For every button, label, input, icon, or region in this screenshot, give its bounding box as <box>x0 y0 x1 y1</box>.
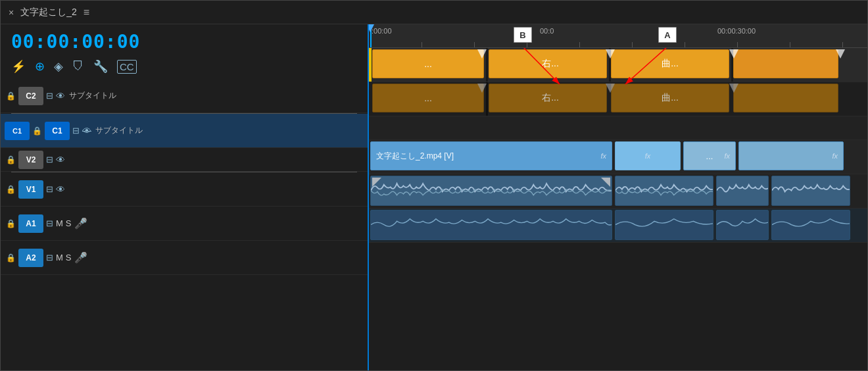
clip-text-c2-3: 曲... <box>662 58 679 70</box>
audio-waveform-a1-4 <box>772 176 850 205</box>
fx-badge-3: fx <box>724 152 730 160</box>
label-b-box: B <box>514 27 532 43</box>
mute-a1[interactable]: M <box>56 218 63 228</box>
subtitle-clip-c2-1[interactable]: ... <box>372 49 484 78</box>
timeline-panel: :00:00 00:0 00:00:30:00 B <box>369 24 867 370</box>
lock-a2-icon[interactable]: 🔒 <box>6 253 16 262</box>
eye-v1-icon[interactable]: 👁 <box>56 184 65 195</box>
timeline-track-a1[interactable] <box>369 174 867 209</box>
video-clip-4[interactable]: fx <box>738 141 844 170</box>
track-name-c1: サブタイトル <box>95 125 143 136</box>
label-a-box: A <box>658 27 677 43</box>
fx-badge-main: fx <box>600 152 606 160</box>
panel-header: × 文字起こし_2 ≡ <box>1 1 867 24</box>
subtitle-marker-4 <box>836 49 845 59</box>
audio-waveform-a2 <box>371 210 612 239</box>
ruler-mark-15: 00:0 <box>540 24 554 47</box>
ruler-tick <box>842 42 843 47</box>
audio-clip-a2-main[interactable] <box>370 210 612 240</box>
subtitle-clip-c1-2[interactable]: 右... <box>489 84 607 112</box>
audio-clip-a2-2[interactable] <box>615 210 713 240</box>
fx-badge-2: fx <box>645 152 651 160</box>
audio-waveform-a1 <box>371 176 612 205</box>
fx-badge-4: fx <box>832 152 838 160</box>
clip-text-c2-1: ... <box>424 59 432 69</box>
track-row-c2: 🔒 C2 ⊟ 👁 サブタイトル <box>1 79 368 113</box>
track-label-v2[interactable]: V2 <box>18 151 43 169</box>
clip-text-c1-2: 右... <box>537 92 559 104</box>
eye-v2-icon[interactable]: 👁 <box>56 155 65 165</box>
solo-a2[interactable]: S <box>66 253 72 262</box>
track-type-c1-icon[interactable]: ⊟ <box>72 126 80 136</box>
track-list-left: 🔒 C2 ⊟ 👁 サブタイトル C1 🔒 C1 ⊟ 👁 サブタイトル <box>1 79 368 370</box>
audio-clip-a1-4[interactable] <box>771 176 850 206</box>
video-clip-main[interactable]: 文字起こし_2.mp4 [V] fx <box>370 141 612 170</box>
audio-waveform-a1-2 <box>615 176 713 205</box>
wrench-icon[interactable]: 🔧 <box>93 59 108 74</box>
timeline-track-c2[interactable]: ... 右... 曲... <box>369 48 867 82</box>
cc-icon[interactable]: CC <box>117 60 137 74</box>
shield-icon[interactable]: ⛉ <box>72 60 84 74</box>
track-type-v2-icon[interactable]: ⊟ <box>46 155 53 164</box>
subtitle-marker-c1-3 <box>729 84 738 93</box>
video-clip-title: 文字起こし_2.mp4 [V] <box>376 151 454 162</box>
lock-v2-icon[interactable]: 🔒 <box>6 155 16 164</box>
mic-a1-icon[interactable]: 🎤 <box>74 217 87 230</box>
audio-clip-a1-3[interactable] <box>716 176 769 206</box>
audio-clip-a1-2[interactable] <box>615 176 713 206</box>
track-label-a1[interactable]: A1 <box>18 214 43 233</box>
timeline-track-v2 <box>369 116 867 140</box>
subtitle-clip-c1-1[interactable]: ... <box>372 84 484 112</box>
timeline-track-v1[interactable]: 文字起こし_2.mp4 [V] fx fx ... fx fx <box>369 140 867 174</box>
lock-a1-icon[interactable]: 🔒 <box>6 219 16 228</box>
subtitle-clip-c1-3[interactable]: 曲... <box>611 84 729 112</box>
track-label-c2[interactable]: C2 <box>18 87 43 105</box>
track-label-a2[interactable]: A2 <box>18 249 43 267</box>
track-row-v1: 🔒 V1 ⊟ 👁 <box>1 172 368 207</box>
timeline-track-c1[interactable]: ... 右... 曲... <box>369 82 867 116</box>
track-type-a1-icon[interactable]: ⊟ <box>46 218 53 228</box>
video-clip-dots[interactable]: ... fx <box>683 141 736 170</box>
audio-waveform-a2-2 <box>615 210 713 239</box>
mic-a2-icon[interactable]: 🎤 <box>74 251 87 264</box>
snap-icon[interactable]: ⚡ <box>11 59 26 74</box>
ruler-mark-0: :00:00 <box>372 24 392 47</box>
subtitle-marker-1 <box>477 49 487 59</box>
subtitle-marker-c1-1 <box>477 84 487 93</box>
premiere-panel: × 文字起こし_2 ≡ 00:00:00:00 ⚡ ⊕ ◈ ⛉ 🔧 CC 🔒 <box>0 0 868 371</box>
track-label-c1[interactable]: C1 <box>45 122 70 140</box>
lock-c2-icon[interactable]: 🔒 <box>6 91 16 101</box>
clip-text-c2-2: 右... <box>537 58 559 70</box>
solo-a1[interactable]: S <box>66 218 72 228</box>
magnet-icon[interactable]: ⊕ <box>35 59 45 74</box>
lock-c1-icon[interactable]: 🔒 <box>32 126 42 136</box>
ruler-tick <box>737 42 738 47</box>
eye-c1-icon[interactable]: 👁 <box>82 126 91 136</box>
subtitle-clip-c2-3[interactable]: 曲... <box>611 49 729 78</box>
timeline-track-a2[interactable] <box>369 209 867 243</box>
track-type-v1-icon[interactable]: ⊟ <box>46 184 53 194</box>
subtitle-clip-c1-4[interactable] <box>733 84 838 112</box>
ruler-tick <box>632 42 633 47</box>
track-label-v1[interactable]: V1 <box>18 180 43 199</box>
subtitle-marker-2 <box>606 49 615 59</box>
audio-clip-a2-3[interactable] <box>716 210 769 240</box>
menu-icon[interactable]: ≡ <box>84 7 89 18</box>
video-clip-fx1[interactable]: fx <box>615 141 681 170</box>
track-active-c1[interactable]: C1 <box>5 122 30 140</box>
ruler-tick <box>790 42 790 47</box>
mute-a2[interactable]: M <box>56 253 63 262</box>
subtitle-clip-c2-2[interactable]: 右... <box>489 49 607 78</box>
lock-v1-icon[interactable]: 🔒 <box>6 185 16 194</box>
track-type-a2-icon[interactable]: ⊟ <box>46 253 53 262</box>
clip-text-c1-3: 曲... <box>662 92 679 104</box>
audio-clip-a1-main[interactable] <box>370 176 612 206</box>
track-type-c2-icon[interactable]: ⊟ <box>46 91 53 101</box>
close-button[interactable]: × <box>9 7 14 18</box>
audio-clip-a2-4[interactable] <box>771 210 850 240</box>
ruler-tick <box>527 42 527 47</box>
ruler-tick <box>474 42 475 47</box>
razor-icon[interactable]: ◈ <box>54 59 63 74</box>
eye-c2-icon[interactable]: 👁 <box>56 91 65 101</box>
subtitle-clip-c2-4[interactable] <box>733 49 838 78</box>
